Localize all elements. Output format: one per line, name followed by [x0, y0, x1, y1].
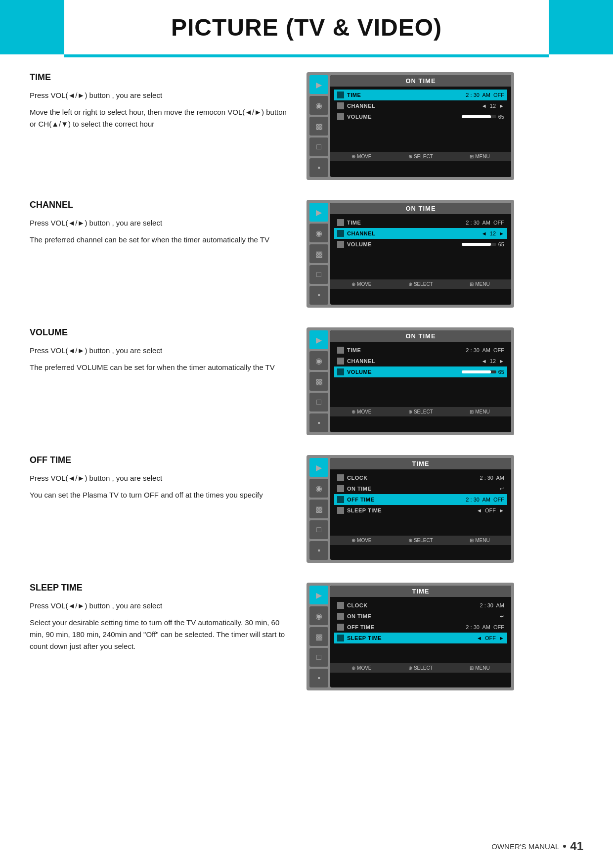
section-volume-text: VOLUME Press VOL(◄/►) button , you are s… — [30, 327, 287, 378]
time-para-2: Move the left or right to select hour, t… — [30, 106, 287, 130]
section-channel-title: CHANNEL — [30, 200, 287, 210]
tv-icon-vol-1: ▶ — [309, 330, 328, 349]
tv-icon-ch-3: ▩ — [309, 244, 328, 263]
footer-move-off: ⊕ MOVE — [351, 538, 371, 543]
footer-select-off: ⊕ SELECT — [408, 538, 433, 543]
tv-row-vol-time: TIME 2 : 30 AM OFF — [334, 345, 507, 356]
section-volume-title: VOLUME — [30, 327, 287, 338]
section-off-time-text: OFF TIME Press VOL(◄/►) button , you are… — [30, 455, 287, 506]
tv-icon-2: ◉ — [309, 96, 328, 115]
tv-icon-sleep-2: ◉ — [309, 606, 328, 625]
sleep-time-para-1: Press VOL(◄/►) button , you are select — [30, 600, 287, 612]
section-time-title: TIME — [30, 72, 287, 83]
tv-icon-ch-1: ▶ — [309, 203, 328, 222]
tv-icon-sleep-4: □ — [309, 648, 328, 667]
tv-icon-off-2: ◉ — [309, 479, 328, 498]
page-footer: OWNER'S MANUAL 41 — [491, 839, 583, 853]
tv-icon-5: ▪ — [309, 158, 328, 177]
section-time-body: Press VOL(◄/►) button , you are select M… — [30, 90, 287, 130]
tv-icon-sleep-3: ▩ — [309, 627, 328, 646]
channel-para-2: The preferred channel can be set for whe… — [30, 234, 287, 246]
main-content: TIME Press VOL(◄/►) button , you are sel… — [0, 57, 613, 725]
sleep-time-para-2: Select your desirable setting time to tu… — [30, 617, 287, 652]
section-volume: VOLUME Press VOL(◄/►) button , you are s… — [30, 327, 583, 435]
tv-icon-vol-2: ◉ — [309, 351, 328, 370]
section-sleep-time: SLEEP TIME Press VOL(◄/►) button , you a… — [30, 583, 583, 690]
tv-screen-off-time: ▶ ◉ ▩ □ ▪ TIME CLOCK 2 : 30 AM — [306, 455, 514, 563]
footer-menu: ⊞ MENU — [470, 154, 489, 159]
page-title: PICTURE (TV & VIDEO) — [171, 14, 442, 41]
tv-icon-vol-4: □ — [309, 393, 328, 411]
footer-select: ⊕ SELECT — [408, 154, 433, 159]
header-cyan-left — [0, 0, 64, 54]
tv-icon-off-3: ▩ — [309, 500, 328, 518]
footer-move: ⊕ MOVE — [351, 154, 371, 159]
section-sleep-time-text: SLEEP TIME Press VOL(◄/►) button , you a… — [30, 583, 287, 657]
tv-icon-vol-5: ▪ — [309, 413, 328, 432]
dot-separator — [563, 845, 566, 848]
footer-menu-sleep: ⊞ MENU — [470, 665, 489, 671]
footer-move-ch: ⊕ MOVE — [351, 281, 371, 287]
section-off-time-title: OFF TIME — [30, 455, 287, 465]
tv-row-volume: VOLUME 65 — [334, 111, 507, 122]
footer-menu-off: ⊞ MENU — [470, 538, 489, 543]
tv-row-off-sleep: SLEEP TIME ◄ OFF ► — [334, 505, 507, 516]
tv-row-sleep-on-time: ON TIME ↵ — [334, 611, 507, 622]
footer-move-vol: ⊕ MOVE — [351, 409, 371, 414]
off-time-para-1: Press VOL(◄/►) button , you are select — [30, 472, 287, 484]
tv-row-ch-channel: CHANNEL ◄ 12 ► — [334, 228, 507, 239]
tv-icon-off-4: □ — [309, 520, 328, 539]
tv-row-ch-volume: VOLUME 65 — [334, 239, 507, 250]
section-channel-body: Press VOL(◄/►) button , you are select T… — [30, 217, 287, 246]
tv-screen-channel: ▶ ◉ ▩ □ ▪ ON TIME TIME 2 : 30 AM OFF — [306, 200, 514, 308]
tv-icon-ch-5: ▪ — [309, 286, 328, 305]
header-cyan-right — [549, 0, 613, 54]
section-channel-text: CHANNEL Press VOL(◄/►) button , you are … — [30, 200, 287, 251]
footer-label: OWNER'S MANUAL — [491, 842, 559, 851]
footer-menu-vol: ⊞ MENU — [470, 409, 489, 414]
tv-row-vol-volume: VOLUME 65 — [334, 366, 507, 377]
tv-icon-1: ▶ — [309, 75, 328, 94]
volume-para-2: The preferred VOLUME can be set for when… — [30, 362, 287, 373]
tv-row-ch-time: TIME 2 : 30 AM OFF — [334, 217, 507, 228]
tv-screen-sleep-time: ▶ ◉ ▩ □ ▪ TIME CLOCK 2 : 30 AM — [306, 583, 514, 690]
tv-row-off-off-time: OFF TIME 2 : 30 AM OFF — [334, 494, 507, 505]
section-off-time-body: Press VOL(◄/►) button , you are select Y… — [30, 472, 287, 501]
header-title-area: PICTURE (TV & VIDEO) — [64, 0, 549, 54]
tv-icon-sleep-1: ▶ — [309, 586, 328, 604]
footer-menu-ch: ⊞ MENU — [470, 281, 489, 287]
tv-row-time: TIME 2 : 30 AM OFF — [334, 90, 507, 100]
time-para-1: Press VOL(◄/►) button , you are select — [30, 90, 287, 101]
tv-icon-3: ▩ — [309, 117, 328, 136]
tv-header-off-time: TIME — [330, 458, 511, 469]
volume-para-1: Press VOL(◄/►) button , you are select — [30, 345, 287, 357]
tv-row-sleep-clock: CLOCK 2 : 30 AM — [334, 600, 507, 611]
tv-row-channel: CHANNEL ◄ 12 ► — [334, 100, 507, 111]
tv-header-sleep-time: TIME — [330, 586, 511, 597]
tv-row-off-clock: CLOCK 2 : 30 AM — [334, 472, 507, 483]
page-number: 41 — [570, 839, 583, 853]
tv-icon-off-5: ▪ — [309, 541, 328, 560]
tv-icon-off-1: ▶ — [309, 458, 328, 477]
tv-icon-4: □ — [309, 137, 328, 156]
tv-row-off-on-time: ON TIME ↵ — [334, 483, 507, 494]
tv-screen-time: ▶ ◉ ▩ □ ▪ ON TIME TIME 2 : 30 AM OFF — [306, 72, 514, 180]
tv-icon-ch-4: □ — [309, 265, 328, 284]
tv-header-channel: ON TIME — [330, 203, 511, 214]
footer-select-vol: ⊕ SELECT — [408, 409, 433, 414]
channel-para-1: Press VOL(◄/►) button , you are select — [30, 217, 287, 229]
footer-select-sleep: ⊕ SELECT — [408, 665, 433, 671]
footer-select-ch: ⊕ SELECT — [408, 281, 433, 287]
tv-icon-ch-2: ◉ — [309, 224, 328, 242]
section-channel: CHANNEL Press VOL(◄/►) button , you are … — [30, 200, 583, 308]
tv-icon-sleep-5: ▪ — [309, 669, 328, 687]
tv-header-volume: ON TIME — [330, 330, 511, 342]
tv-header-time: ON TIME — [330, 75, 511, 87]
tv-row-vol-channel: CHANNEL ◄ 12 ► — [334, 356, 507, 366]
section-sleep-time-title: SLEEP TIME — [30, 583, 287, 593]
off-time-para-2: You can set the Plasma TV to turn OFF an… — [30, 489, 287, 501]
tv-icon-vol-3: ▩ — [309, 372, 328, 391]
tv-row-sleep-sleep: SLEEP TIME ◄ OFF ► — [334, 633, 507, 643]
section-volume-body: Press VOL(◄/►) button , you are select T… — [30, 345, 287, 373]
section-time: TIME Press VOL(◄/►) button , you are sel… — [30, 72, 583, 180]
